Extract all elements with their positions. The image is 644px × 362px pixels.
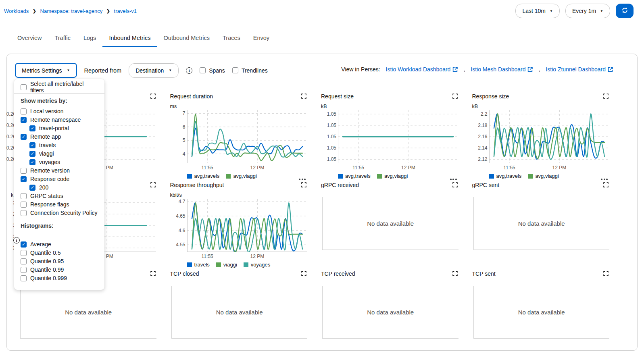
- no-data-frame: No data available: [473, 197, 610, 250]
- chart-svg: [187, 110, 307, 163]
- legend-overflow-kebab[interactable]: [601, 179, 608, 180]
- checkbox-checked: ✓: [21, 134, 27, 140]
- tab-traffic[interactable]: Traffic: [48, 31, 77, 47]
- tab-envoy[interactable]: Envoy: [247, 31, 276, 47]
- expand-icon[interactable]: [301, 182, 306, 189]
- menu-item-label: travel-portal: [39, 125, 69, 131]
- legend-item-avg-travels[interactable]: avg,travels: [187, 173, 220, 179]
- panel-head: gRPC received: [321, 181, 459, 192]
- perses-dashboard-link[interactable]: Istio Workload Dashboard: [386, 66, 458, 73]
- breadcrumb-chevron-icon: ❯: [106, 9, 110, 13]
- legend-label: voyages: [251, 262, 270, 268]
- menu-item-connection-security-policy[interactable]: Connection Security Policy: [14, 210, 104, 216]
- chart-panel-tcp-received: TCP receivedNo data available: [321, 270, 459, 350]
- chart-title: TCP sent: [472, 270, 496, 277]
- expand-icon[interactable]: [301, 270, 306, 278]
- menu-item-quantile-0-95[interactable]: Quantile 0.95: [14, 258, 104, 264]
- menu-item-quantile-0-5[interactable]: Quantile 0.5: [14, 250, 104, 256]
- menu-item-remote-app[interactable]: ✓Remote app: [14, 133, 104, 140]
- checkbox-checked: ✓: [21, 241, 27, 248]
- metrics-settings-dropdown[interactable]: Metrics Settings ▼: [15, 63, 77, 78]
- expand-icon[interactable]: [452, 270, 458, 278]
- x-tick-label: 12 PM: [401, 165, 415, 171]
- legend-swatch: [187, 262, 192, 267]
- histograms-info-icon[interactable]: i: [13, 237, 20, 243]
- legend-item-viaggi[interactable]: viaggi: [216, 262, 237, 268]
- expand-icon[interactable]: [452, 182, 458, 189]
- expand-icon[interactable]: [603, 182, 609, 189]
- external-link-icon: [608, 67, 613, 72]
- tab-traces[interactable]: Traces: [216, 31, 247, 47]
- legend-overflow-kebab[interactable]: [450, 179, 457, 180]
- menu-item-label: Local version: [30, 108, 64, 114]
- breadcrumb-link[interactable]: travels-v1: [114, 8, 137, 14]
- legend-item-voyages[interactable]: voyages: [244, 262, 270, 268]
- spans-checkbox[interactable]: Spans: [200, 67, 225, 74]
- legend-label: avg,travels: [496, 173, 522, 179]
- menu-item-quantile-0-999[interactable]: Quantile 0.999: [14, 275, 104, 281]
- checkbox-checked: ✓: [29, 151, 35, 157]
- checkbox-unchecked: [21, 108, 27, 114]
- legend-label: viaggi: [223, 262, 237, 268]
- legend-item-travels[interactable]: travels: [187, 262, 210, 268]
- menu-item-select-all[interactable]: Select all metric/label filters: [14, 84, 104, 90]
- time-controls: Last 10m ▼ Every 1m ▼: [515, 4, 634, 18]
- legend-item-avg-viaggi[interactable]: avg,viaggi: [226, 173, 257, 179]
- expand-icon[interactable]: [452, 93, 458, 100]
- refresh-button[interactable]: [616, 4, 634, 18]
- expand-icon[interactable]: [150, 182, 156, 189]
- menu-item-travel-portal[interactable]: ✓travel-portal: [14, 125, 104, 131]
- expand-icon[interactable]: [603, 270, 609, 278]
- legend-item-avg-viaggi[interactable]: avg,viaggi: [528, 173, 559, 179]
- info-icon[interactable]: i: [186, 67, 192, 74]
- duration-dropdown[interactable]: Last 10m ▼: [515, 4, 560, 18]
- chart-panel-request-duration: Request durationms765411:5512 PMavg,trav…: [170, 92, 308, 181]
- legend-item-avg-travels[interactable]: avg,travels: [338, 173, 371, 179]
- expand-icon[interactable]: [603, 93, 609, 100]
- menu-item-label: Select all metric/label filters: [30, 81, 98, 94]
- perses-dashboard-link[interactable]: Istio Mesh Dashboard: [471, 66, 533, 73]
- reporter-dropdown[interactable]: Destination ▼: [129, 63, 179, 78]
- tab-inbound-metrics[interactable]: Inbound Metrics: [102, 31, 157, 47]
- menu-item-200[interactable]: ✓200: [14, 184, 104, 191]
- perses-dashboard-link[interactable]: Istio Ztunnel Dashboard: [546, 66, 613, 73]
- tab-outbound-metrics[interactable]: Outbound Metrics: [157, 31, 216, 47]
- y-tick-label: 1.05: [327, 123, 336, 128]
- menu-item-local-version[interactable]: Local version: [14, 108, 104, 114]
- tab-overview[interactable]: Overview: [11, 31, 48, 47]
- plot-area: 2.22.182.162.142.1211:5512 PM: [472, 110, 610, 171]
- trendlines-label: Trendlines: [242, 67, 268, 74]
- x-tick-label: 12 PM: [250, 165, 264, 171]
- legend-item-avg-viaggi[interactable]: avg,viaggi: [377, 173, 408, 179]
- menu-item-voyages[interactable]: ✓voyages: [14, 159, 104, 165]
- menu-item-response-code[interactable]: ✓Response code: [14, 176, 104, 182]
- y-tick-label: 1.05: [327, 111, 336, 117]
- perses-label: View in Perses:: [341, 66, 380, 73]
- legend-item-avg-travels[interactable]: avg,travels: [489, 173, 522, 179]
- menu-item-average[interactable]: ✓Average: [14, 241, 104, 248]
- menu-item-remote-namespace[interactable]: ✓Remote namespace: [14, 117, 104, 123]
- menu-item-response-flags[interactable]: Response flags: [14, 201, 104, 208]
- chart-legend: avg,travelsavg,viaggi: [338, 173, 459, 179]
- breadcrumb-link[interactable]: Namespace: travel-agency: [40, 8, 103, 14]
- checkbox-unchecked: [232, 67, 238, 73]
- breadcrumb-link[interactable]: Workloads: [4, 8, 29, 14]
- menu-item-travels[interactable]: ✓travels: [14, 142, 104, 148]
- menu-item-grpc-status[interactable]: GRPC status: [14, 193, 104, 199]
- legend-overflow-kebab[interactable]: [299, 179, 306, 180]
- refresh-interval-dropdown[interactable]: Every 1m ▼: [565, 4, 610, 18]
- y-axis-labels: 1.051.051.051.051.05: [321, 110, 336, 163]
- expand-icon[interactable]: [150, 270, 156, 278]
- menu-item-quantile-0-99[interactable]: Quantile 0.99: [14, 266, 104, 273]
- expand-icon[interactable]: [150, 93, 156, 100]
- checkbox-unchecked: [21, 250, 27, 256]
- tab-logs[interactable]: Logs: [77, 31, 102, 47]
- menu-item-viaggi[interactable]: ✓viaggi: [14, 150, 104, 157]
- menu-item-remote-version[interactable]: Remote version: [14, 167, 104, 174]
- trendlines-checkbox[interactable]: Trendlines: [232, 67, 268, 74]
- y-tick-label: 2.18: [478, 123, 487, 128]
- chevron-down-icon: ▼: [169, 69, 172, 72]
- expand-icon[interactable]: [301, 93, 306, 100]
- no-data-message: No data available: [367, 220, 414, 227]
- breadcrumb-chevron-icon: ❯: [33, 9, 36, 13]
